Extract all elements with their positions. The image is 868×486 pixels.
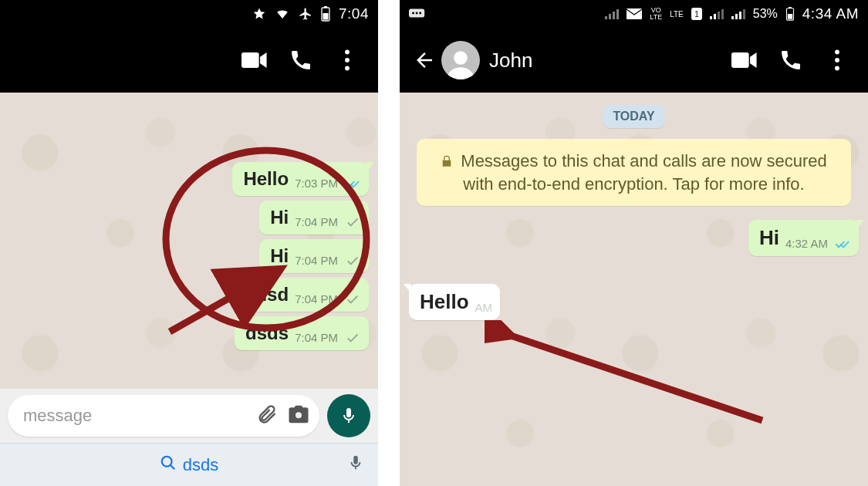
- message-time: 4:32 AM: [785, 237, 828, 250]
- date-chip: TODAY: [603, 105, 664, 128]
- keyboard-mic-icon[interactable]: [347, 454, 364, 477]
- signal-icon: [605, 8, 619, 19]
- sent-tick-icon: [346, 256, 361, 267]
- lock-icon: [441, 151, 458, 170]
- chat-header: John: [400, 28, 868, 93]
- svg-rect-1: [324, 6, 327, 8]
- svg-rect-32: [788, 14, 792, 19]
- message-bubble[interactable]: dsds 7:04 PM: [235, 316, 369, 350]
- svg-rect-3: [241, 52, 259, 68]
- chat-header: [0, 28, 378, 93]
- message-input[interactable]: message: [8, 395, 319, 437]
- annotation-arrow: [485, 320, 778, 436]
- svg-point-5: [345, 58, 350, 62]
- message-text: Hi: [270, 207, 289, 228]
- search-icon: [160, 454, 177, 476]
- sim1-icon: 1: [691, 8, 702, 20]
- svg-rect-27: [735, 14, 738, 19]
- message-bubble[interactable]: Hi 7:04 PM: [259, 239, 369, 273]
- contact-avatar[interactable]: [441, 41, 480, 79]
- message-time: 7:04 PM: [295, 292, 338, 305]
- svg-rect-22: [710, 16, 712, 19]
- battery-icon: [785, 7, 795, 21]
- wifi-icon: [274, 7, 291, 21]
- message-time: AM: [475, 301, 493, 314]
- attach-icon[interactable]: [256, 403, 278, 428]
- svg-point-14: [416, 12, 418, 15]
- video-call-button[interactable]: [721, 37, 768, 83]
- svg-point-37: [835, 66, 839, 71]
- status-bar: 7:04: [0, 0, 378, 28]
- mail-icon: [627, 8, 642, 19]
- read-ticks-icon: [346, 179, 361, 190]
- message-text: Hello: [420, 290, 469, 314]
- svg-point-13: [412, 12, 414, 15]
- svg-rect-29: [743, 9, 745, 19]
- status-time: 7:04: [339, 5, 369, 22]
- svg-point-10: [162, 456, 172, 466]
- svg-rect-20: [627, 8, 642, 19]
- message-time: 7:04 PM: [295, 215, 338, 228]
- encryption-notice[interactable]: Messages to this chat and calls are now …: [417, 139, 851, 206]
- video-call-button[interactable]: [231, 37, 278, 83]
- message-text: Hi: [759, 226, 779, 250]
- svg-rect-25: [721, 9, 724, 19]
- more-options-button[interactable]: [814, 37, 860, 83]
- sent-tick-icon: [346, 218, 361, 228]
- svg-point-6: [345, 66, 350, 71]
- svg-rect-18: [613, 12, 615, 19]
- svg-point-15: [419, 12, 421, 15]
- more-options-button[interactable]: [324, 37, 370, 83]
- svg-rect-19: [616, 9, 619, 19]
- voice-call-button[interactable]: [278, 37, 324, 83]
- lte-icon: LTE: [670, 10, 684, 19]
- voice-record-button[interactable]: [327, 394, 370, 437]
- svg-point-35: [835, 50, 839, 55]
- svg-line-11: [171, 465, 174, 469]
- svg-rect-17: [609, 14, 611, 19]
- voice-call-button[interactable]: [768, 37, 814, 83]
- chat-area[interactable]: TODAY Messages to this chat and calls ar…: [400, 93, 868, 486]
- svg-rect-16: [605, 16, 607, 19]
- read-ticks-icon: [836, 239, 851, 250]
- message-time: 7:03 PM: [295, 177, 338, 190]
- mms-icon: [409, 8, 426, 19]
- sent-tick-icon: [346, 295, 361, 305]
- status-time: 4:34 AM: [802, 5, 859, 22]
- chat-area[interactable]: Hello 7:03 PM Hi 7:04 PM Hi 7:04 PM sdsd…: [0, 93, 378, 389]
- encryption-text: Messages to this chat and calls are now …: [461, 151, 826, 194]
- svg-point-36: [835, 58, 839, 62]
- svg-rect-23: [714, 14, 716, 19]
- message-text: dsds: [245, 322, 289, 344]
- camera-icon[interactable]: [287, 403, 310, 429]
- message-bubble[interactable]: Hi 4:32 AM: [748, 220, 859, 256]
- svg-point-9: [296, 412, 302, 418]
- message-time: 7:04 PM: [295, 331, 338, 344]
- svg-rect-26: [731, 16, 734, 19]
- contact-name[interactable]: John: [489, 49, 532, 73]
- status-bar: VOLTE LTE 1 53% 4:34 AM: [400, 0, 868, 28]
- sent-tick-icon: [346, 333, 361, 344]
- message-bubble[interactable]: Hello AM: [409, 284, 500, 320]
- keyboard-suggestion-bar[interactable]: dsds: [0, 443, 378, 486]
- message-text: Hi: [270, 245, 289, 267]
- svg-rect-28: [739, 12, 741, 19]
- message-input-bar: message: [0, 389, 378, 443]
- svg-line-38: [506, 334, 762, 420]
- message-bubble[interactable]: Hello 7:03 PM: [232, 162, 369, 196]
- svg-rect-2: [323, 13, 329, 20]
- message-text: sdsd: [245, 284, 289, 305]
- message-bubble[interactable]: Hi 7:04 PM: [259, 201, 369, 235]
- svg-rect-31: [789, 7, 792, 8]
- message-time: 7:04 PM: [295, 254, 338, 267]
- svg-rect-24: [718, 12, 720, 19]
- keyboard-suggestion-text: dsds: [183, 455, 218, 475]
- back-button[interactable]: [407, 37, 441, 83]
- message-bubble[interactable]: sdsd 7:04 PM: [235, 278, 369, 312]
- svg-text:1: 1: [694, 10, 699, 19]
- message-text: Hello: [243, 168, 289, 190]
- signal-bars2-icon: [731, 8, 745, 19]
- signal-bars-icon: [710, 8, 724, 19]
- volte-icon: VOLTE: [650, 7, 662, 21]
- star-icon: [252, 7, 266, 21]
